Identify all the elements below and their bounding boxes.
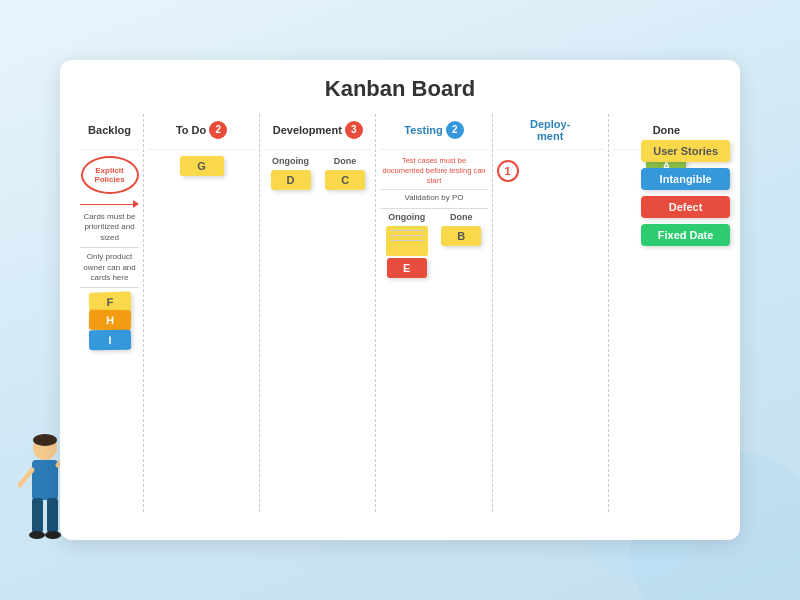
divider: [80, 247, 139, 248]
col-label-backlog: Backlog: [88, 124, 131, 136]
dev-done-label: Done: [319, 156, 372, 166]
dev-badge: 3: [345, 121, 363, 139]
testing-done-label: Done: [435, 212, 488, 222]
policy-text-2: Only product owner can and cards here: [80, 252, 139, 283]
legend-intangible: Intangible: [641, 168, 730, 190]
col-header-deployment: Deploy-ment: [497, 114, 604, 150]
col-label-testing: Testing: [404, 124, 442, 136]
col-label-deployment: Deploy-ment: [530, 118, 570, 142]
legend: User Stories Intangible Defect Fixed Dat…: [641, 140, 730, 246]
todo-badge: 2: [209, 121, 227, 139]
svg-line-4: [20, 470, 32, 485]
dev-sub-columns: Ongoing D Done C: [264, 156, 371, 190]
svg-rect-2: [32, 460, 58, 500]
legend-defect: Defect: [641, 196, 730, 218]
legend-fixed-date: Fixed Date: [641, 224, 730, 246]
col-label-done: Done: [653, 124, 681, 136]
col-header-testing: Testing 2: [380, 114, 487, 150]
svg-point-1: [33, 434, 57, 446]
svg-point-8: [45, 531, 61, 539]
kanban-board: Kanban Board Backlog Explicit Policies C…: [60, 60, 740, 540]
explicit-policies-badge: Explicit Policies: [81, 156, 139, 194]
col-header-todo: To Do 2: [148, 114, 255, 150]
column-backlog: Backlog Explicit Policies Cards must be …: [76, 114, 144, 512]
column-testing: Testing 2 Test cases must be documented …: [376, 114, 492, 512]
card-B: B: [441, 226, 481, 246]
testing-divider: [380, 189, 487, 190]
testing-divider2: [380, 208, 487, 209]
testing-policy: Test cases must be documented before tes…: [380, 156, 487, 185]
board-title: Kanban Board: [76, 76, 724, 102]
testing-ongoing: Ongoing E: [380, 212, 433, 280]
backlog-cards: F H I: [89, 292, 131, 350]
column-todo: To Do 2 G: [144, 114, 260, 512]
validation-text: Validation by PO: [380, 193, 487, 203]
col-header-backlog: Backlog: [80, 114, 139, 150]
legend-user-stories: User Stories: [641, 140, 730, 162]
card-C: C: [325, 170, 365, 190]
testing-badge: 2: [446, 121, 464, 139]
ongoing-note: [386, 226, 428, 256]
card-E: E: [387, 258, 427, 278]
card-H: H: [88, 310, 130, 331]
columns-wrapper: Backlog Explicit Policies Cards must be …: [76, 114, 724, 512]
svg-rect-5: [32, 498, 43, 533]
col-label-dev: Development: [273, 124, 342, 136]
svg-point-7: [29, 531, 45, 539]
testing-sub-columns: Ongoing E Done B: [380, 212, 487, 280]
column-deployment: Deploy-ment 1: [493, 114, 609, 512]
testing-ongoing-label: Ongoing: [380, 212, 433, 222]
dev-done: Done C: [319, 156, 372, 190]
card-I: I: [88, 330, 130, 351]
policy-text-1: Cards must be prioritized and sized: [80, 212, 139, 243]
divider2: [80, 287, 139, 288]
dev-ongoing: Ongoing D: [264, 156, 317, 190]
col-header-dev: Development 3: [264, 114, 371, 150]
policies-label: Explicit Policies: [91, 166, 129, 184]
testing-done: Done B: [435, 212, 488, 280]
column-development: Development 3 Ongoing D Done C: [260, 114, 376, 512]
col-label-todo: To Do: [176, 124, 206, 136]
deployment-badge: 1: [497, 160, 519, 182]
card-G: G: [180, 156, 224, 176]
svg-rect-6: [47, 498, 58, 533]
card-D: D: [271, 170, 311, 190]
dev-ongoing-label: Ongoing: [264, 156, 317, 166]
